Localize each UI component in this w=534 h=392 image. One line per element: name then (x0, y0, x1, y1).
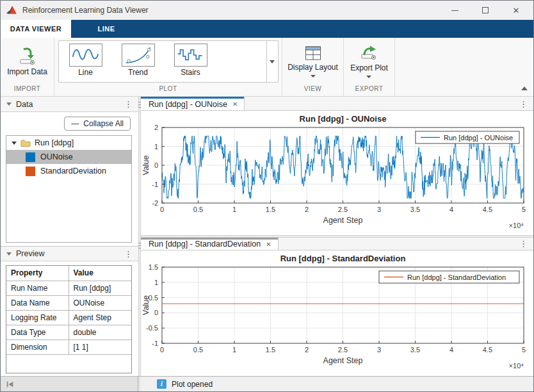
table-row: Logging Rate Agent Step (6, 310, 131, 325)
minimize-button[interactable] (450, 6, 459, 15)
svg-text:Run [ddpg] - OUNoise: Run [ddpg] - OUNoise (444, 134, 513, 142)
import-section-label: IMPORT (1, 85, 54, 96)
window-controls: ✕ (450, 6, 528, 15)
view-section-label: VIEW (282, 85, 343, 96)
tab-standarddeviation-plot[interactable]: Run [ddpg] - StandardDeviation ✕ (141, 238, 279, 250)
svg-text:0: 0 (160, 346, 164, 354)
plot-gallery-group: Line Trend (54, 38, 282, 96)
chevron-down-icon (311, 75, 316, 78)
ounoise-doc-menu-icon[interactable]: ⋮ (517, 99, 530, 108)
import-data-icon (17, 47, 36, 65)
svg-text:3.5: 3.5 (410, 206, 420, 213)
tree-node-ounoise[interactable]: OUNoise (6, 150, 131, 164)
plot-area: Run [ddpg] - OUNoise ✕ ⋮ 00.511.522.533.… (141, 97, 533, 376)
display-layout-label: Display Layout (287, 63, 338, 72)
tab-standarddeviation-label: Run [ddpg] - StandardDeviation (149, 238, 261, 249)
gallery-item-stairs[interactable]: Stairs (174, 44, 207, 82)
close-icon: ✕ (513, 6, 520, 15)
value-cell: [1 1] (69, 339, 131, 354)
close-button[interactable]: ✕ (512, 6, 521, 15)
standarddeviation-doc-menu-icon[interactable]: ⋮ (517, 240, 530, 248)
tree-node-ounoise-label: OUNoise (40, 152, 73, 161)
line-plot-icon (69, 44, 102, 67)
gallery-item-stairs-label: Stairs (181, 68, 200, 77)
svg-text:0.5: 0.5 (193, 346, 203, 354)
import-data-label: Import Data (7, 67, 47, 76)
minimize-icon (451, 10, 458, 11)
tab-ounoise-label: Run [ddpg] - OUNoise (149, 99, 227, 109)
ounoise-chart[interactable]: 00.511.522.533.544.55-2-1012×10⁴Run [ddp… (141, 111, 533, 233)
svg-text:-1: -1 (152, 339, 158, 347)
collapse-all-icon: — (71, 119, 79, 128)
panel-collapse-icon[interactable] (6, 102, 12, 106)
property-cell: Data Type (6, 325, 69, 339)
panel-splitter[interactable] (138, 97, 141, 376)
ounoise-color-swatch (26, 152, 35, 162)
standarddeviation-plot-canvas[interactable]: 00.511.522.533.544.55-1-0.500.511.5×10⁴R… (141, 250, 533, 376)
preview-table: Property Value Run Name Run [ddpg] Data … (6, 265, 132, 373)
svg-text:2: 2 (305, 346, 309, 354)
collapse-all-button[interactable]: — Collapse All (64, 117, 131, 131)
tree-node-standarddeviation-label: StandardDeviation (40, 167, 106, 176)
info-icon: i (157, 379, 166, 389)
svg-text:Run [ddpg] - StandardDeviation: Run [ddpg] - StandardDeviation (407, 274, 506, 281)
value-cell: OUNoise (69, 295, 131, 310)
svg-text:1: 1 (154, 143, 158, 151)
export-section-label: EXPORT (344, 85, 394, 96)
plot-gallery: Line Trend (58, 40, 279, 83)
table-row: Dimension [1 1] (6, 339, 131, 354)
gallery-item-line[interactable]: Line (69, 44, 102, 82)
tree-node-run[interactable]: Run [ddpg] (6, 136, 131, 150)
svg-text:Value: Value (142, 295, 150, 315)
panel-collapse-icon[interactable] (6, 252, 12, 256)
standarddeviation-doc-tabbar: Run [ddpg] - StandardDeviation ✕ ⋮ (141, 238, 533, 250)
tab-data-viewer[interactable]: DATA VIEWER (1, 20, 71, 38)
status-message: Plot opened (172, 380, 213, 389)
tab-line[interactable]: LINE (71, 20, 142, 38)
export-group: Export Plot EXPORT (344, 38, 395, 96)
standarddeviation-chart[interactable]: 00.511.522.533.544.55-1-0.500.511.5×10⁴R… (141, 250, 533, 373)
display-layout-button[interactable]: Display Layout (287, 45, 338, 78)
maximize-button[interactable] (481, 6, 490, 15)
stairs-plot-icon (174, 44, 207, 67)
status-bar: i Plot opened (1, 376, 533, 391)
svg-text:1.5: 1.5 (266, 206, 275, 213)
matlab-logo-icon (6, 5, 17, 15)
data-panel-menu-icon[interactable]: ⋮ (122, 100, 134, 108)
collapse-panel-icon[interactable] (6, 380, 15, 389)
ounoise-plot-canvas[interactable]: 00.511.522.533.544.55-2-1012×10⁴Run [ddp… (141, 111, 533, 235)
svg-text:4: 4 (449, 206, 453, 213)
svg-text:2.5: 2.5 (338, 206, 348, 213)
standarddeviation-color-swatch (26, 167, 35, 176)
collapse-all-label: Collapse All (83, 119, 124, 128)
tab-close-icon[interactable]: ✕ (232, 99, 238, 108)
tab-close-icon[interactable]: ✕ (266, 240, 271, 248)
tab-ounoise-plot[interactable]: Run [ddpg] - OUNoise ✕ (141, 97, 245, 110)
svg-text:×10⁴: ×10⁴ (509, 222, 524, 229)
svg-text:4.5: 4.5 (483, 346, 492, 354)
chevron-down-icon (270, 60, 275, 63)
svg-text:1.5: 1.5 (149, 263, 158, 271)
plot-section-label: PLOT (54, 85, 282, 96)
export-plot-button[interactable]: Export Plot (350, 45, 388, 78)
chevron-down-icon (366, 76, 371, 78)
ounoise-doc-tabbar: Run [ddpg] - OUNoise ✕ ⋮ (141, 97, 533, 111)
property-cell: Logging Rate (6, 310, 69, 325)
tree-node-standarddeviation[interactable]: StandardDeviation (6, 164, 131, 178)
collapse-ribbon-button[interactable] (521, 86, 528, 92)
status-bar-message-area: i Plot opened (138, 377, 533, 391)
display-layout-icon (305, 45, 321, 61)
preview-panel-menu-icon[interactable]: ⋮ (122, 250, 134, 258)
rl-data-viewer-window: Reinforcement Learning Data Viewer ✕ DAT… (0, 0, 534, 392)
gallery-dropdown-button[interactable] (266, 41, 278, 82)
data-panel-header: Data ⋮ (1, 97, 138, 112)
svg-text:4.5: 4.5 (483, 206, 492, 213)
tree-expander-icon[interactable] (12, 142, 17, 145)
svg-text:2.5: 2.5 (338, 346, 348, 354)
gallery-item-trend[interactable]: Trend (122, 44, 155, 82)
tree-node-run-label: Run [ddpg] (35, 138, 74, 147)
import-data-button[interactable]: Import Data (7, 47, 47, 76)
svg-text:3: 3 (377, 346, 381, 354)
svg-text:-2: -2 (152, 199, 158, 207)
import-group: Import Data IMPORT (1, 38, 54, 96)
